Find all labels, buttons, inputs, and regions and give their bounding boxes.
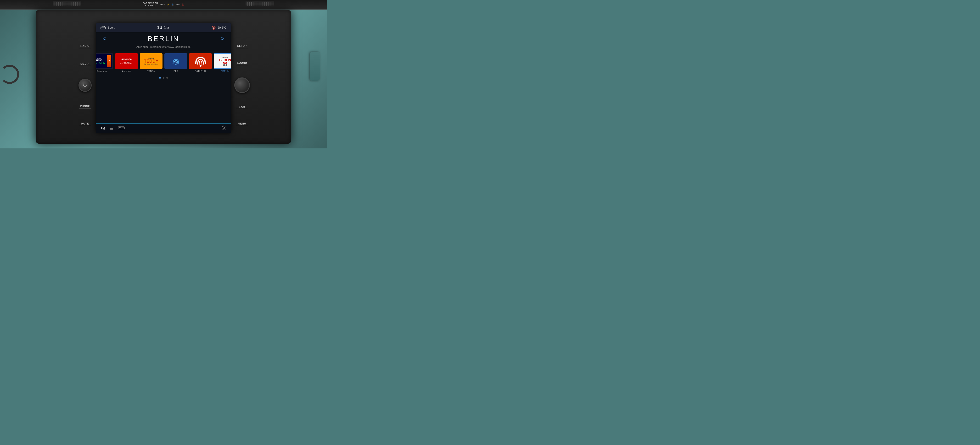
sound-button[interactable]: SOUND <box>236 60 248 66</box>
preset-funkhaus[interactable]: FUNK HAUS EUROPA 7 Funkhaus <box>96 53 113 73</box>
prev-station-button[interactable]: < <box>100 36 108 42</box>
scan-icon-svg <box>118 126 125 130</box>
preset-berlin[interactable]: radio BERLIN rbb 88,8 BERLIN <box>214 53 231 73</box>
station-name: BERLIN <box>108 35 219 43</box>
list-icon[interactable]: ☰ <box>110 126 113 131</box>
screen-bottombar: FM ☰ <box>96 124 231 133</box>
svg-point-4 <box>200 65 202 67</box>
svg-rect-7 <box>120 127 121 128</box>
setup-button[interactable]: SETUP <box>236 43 248 49</box>
svg-rect-8 <box>122 127 122 128</box>
car-interior: PASSENGER AIR BAG OFF ⚡ 💺 ON 🚫 RADIO MED… <box>0 0 327 149</box>
station-url-area: Alles zum Programm unter www.radioberlin… <box>96 44 231 51</box>
car-button[interactable]: CAR <box>236 104 248 110</box>
clock: 13:15 <box>157 25 169 30</box>
preset-dkultur-label: DKULTUR <box>195 70 206 73</box>
dot-1[interactable] <box>159 77 161 79</box>
power-icon: ⏻ <box>83 83 87 87</box>
temperature: 20.5°C <box>218 26 226 29</box>
presets-area: FUNK HAUS EUROPA 7 Funkhaus <box>96 51 231 75</box>
infotainment-screen: Sport 13:15 🔇 20.5°C < BERLIN > Alle <box>96 23 231 133</box>
settings-icon[interactable] <box>221 125 226 131</box>
phone-button[interactable]: PHONE <box>79 104 91 109</box>
svg-point-3 <box>175 64 177 65</box>
preset-antenne-label: Antennb <box>122 70 131 73</box>
svg-point-10 <box>223 127 225 129</box>
settings-icon-svg <box>221 125 226 130</box>
dkultur-logo-svg <box>193 54 208 68</box>
drive-mode: Sport <box>108 26 115 29</box>
svg-rect-0 <box>101 27 105 29</box>
left-panel: RADIO MEDIA ⏻ PHONE MUTE <box>75 39 94 132</box>
svg-point-2 <box>104 29 105 29</box>
dot-2[interactable] <box>163 77 164 79</box>
preset-antenne[interactable]: antenne rbb rbb BRANDENBURG Antennb <box>115 53 138 73</box>
svg-rect-9 <box>123 127 124 128</box>
preset-teddy[interactable]: RADIO TEDDY Für Kinder & ihre Eltern TED… <box>140 53 162 73</box>
vent-left <box>52 1 81 7</box>
bottom-left-controls: FM ☰ <box>100 126 125 131</box>
preset-dkultur[interactable]: DKULTUR <box>189 53 212 73</box>
band-label: FM <box>100 127 105 130</box>
media-button[interactable]: MEDIA <box>79 61 91 67</box>
topbar-left: Sport <box>100 26 115 29</box>
next-station-button[interactable]: > <box>219 36 226 42</box>
steering-wheel-hint <box>0 65 19 84</box>
power-knob[interactable]: ⏻ <box>78 79 92 92</box>
mute-button[interactable]: MUTE <box>79 121 91 127</box>
svg-rect-6 <box>119 127 120 128</box>
airbag-label: PASSENGER AIR BAG OFF ⚡ 💺 ON 🚫 <box>143 2 184 7</box>
page-dots <box>96 75 231 81</box>
top-header: PASSENGER AIR BAG OFF ⚡ 💺 ON 🚫 <box>0 0 327 10</box>
radio-button[interactable]: RADIO <box>79 43 91 49</box>
preset-dlf-label: DLF <box>173 70 178 73</box>
console-frame: RADIO MEDIA ⏻ PHONE MUTE <box>36 10 291 144</box>
volume-knob[interactable] <box>234 78 250 93</box>
svg-point-1 <box>102 29 102 29</box>
topbar-right: 🔇 20.5°C <box>212 26 226 30</box>
door-handle <box>310 52 320 81</box>
screen-topbar: Sport 13:15 🔇 20.5°C <box>96 23 231 32</box>
station-url: Alles zum Programm unter www.radioberlin… <box>137 45 191 48</box>
station-nav-row: < BERLIN > <box>96 32 231 44</box>
preset-dlf[interactable]: DLF <box>164 53 187 73</box>
dlf-logo-svg <box>169 56 183 67</box>
car-icon <box>100 26 106 29</box>
preset-funkhaus-label: Funkhaus <box>97 70 107 73</box>
vent-right <box>245 1 274 7</box>
scan-icon[interactable] <box>118 126 125 131</box>
preset-teddy-label: TEDDY <box>147 70 155 73</box>
dot-3[interactable] <box>166 77 168 79</box>
menu-button[interactable]: MENU <box>236 121 248 127</box>
right-panel: SETUP SOUND CAR MENU <box>232 39 251 132</box>
sound-icon: 🔇 <box>212 26 216 30</box>
preset-berlin-label: BERLIN <box>221 70 229 73</box>
